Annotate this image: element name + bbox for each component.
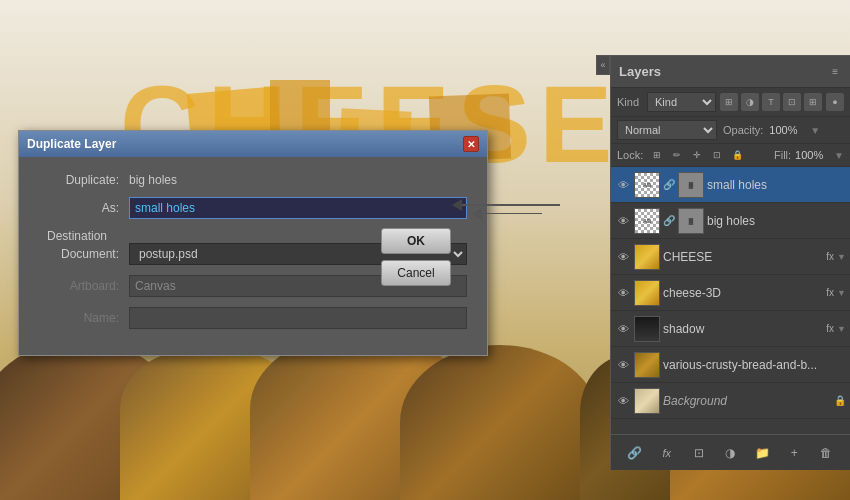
layer-visibility-cheese3d[interactable]: 👁 <box>615 285 631 301</box>
layer-visibility-big-holes[interactable]: 👁 <box>615 213 631 229</box>
footer-fx-button[interactable]: fx <box>656 442 678 464</box>
lock-label: Lock: <box>617 149 643 161</box>
layer-name-small-holes: small holes <box>707 178 846 192</box>
layer-list: 👁 AB 🔗 ▓ small holes 👁 AB 🔗 ▓ big holes <box>611 167 850 434</box>
footer-link-button[interactable]: 🔗 <box>624 442 646 464</box>
layer-item-cheese3d[interactable]: 👁 cheese-3D fx ▼ <box>611 275 850 311</box>
dialog-buttons: OK Cancel <box>381 228 451 286</box>
layer-thumb-cheese3d <box>634 280 660 306</box>
dialog-title: Duplicate Layer <box>27 137 116 151</box>
kind-icon-pixel[interactable]: ⊞ <box>720 93 738 111</box>
layer-chain-big-holes: 🔗 <box>663 215 675 226</box>
footer-mask-button[interactable]: ⊡ <box>688 442 710 464</box>
layers-panel-title: Layers <box>619 64 661 79</box>
arrow-head <box>452 199 462 211</box>
layer-chain-small-holes: 🔗 <box>663 179 675 190</box>
dialog-close-button[interactable]: ✕ <box>463 136 479 152</box>
opacity-arrow[interactable]: ▼ <box>810 125 820 136</box>
layer-arrow-cheese[interactable]: ▼ <box>837 252 846 262</box>
layer-name-bread: various-crusty-bread-and-b... <box>663 358 846 372</box>
kind-select[interactable]: Kind <box>647 92 716 112</box>
name-input <box>129 307 467 329</box>
collapse-button[interactable]: « <box>596 55 610 75</box>
layer-thumb-background <box>634 388 660 414</box>
layers-panel-header: Layers ≡ <box>611 56 850 88</box>
dialog-body: Duplicate: big holes As: Destination Doc… <box>19 157 487 355</box>
layer-name-big-holes: big holes <box>707 214 846 228</box>
footer-new-layer-button[interactable]: + <box>783 442 805 464</box>
layer-visibility-cheese[interactable]: 👁 <box>615 249 631 265</box>
layers-panel: Layers ≡ Kind Kind ⊞ ◑ T ⊡ ⊞ ● Normal Op… <box>610 55 850 470</box>
destination-label: Destination <box>47 229 107 243</box>
panel-collapse-area: « <box>596 55 610 75</box>
panel-controls: ≡ <box>828 64 842 79</box>
layer-thumb-shadow <box>634 316 660 342</box>
layer-item-small-holes[interactable]: 👁 AB 🔗 ▓ small holes <box>611 167 850 203</box>
layer-name-background: Background <box>663 394 831 408</box>
lock-artboard-icon[interactable]: ⊡ <box>709 147 725 163</box>
document-label: Document: <box>39 247 129 261</box>
footer-group-button[interactable]: 📁 <box>751 442 773 464</box>
layer-item-shadow[interactable]: 👁 shadow fx ▼ <box>611 311 850 347</box>
as-row: As: <box>39 197 467 219</box>
layer-fx-shadow: fx <box>826 323 834 334</box>
duplicate-label: Duplicate: <box>39 173 129 187</box>
layer-thumb-big-holes: AB <box>634 208 660 234</box>
name-row: Name: <box>39 307 467 329</box>
layer-visibility-shadow[interactable]: 👁 <box>615 321 631 337</box>
cancel-button[interactable]: Cancel <box>381 260 451 286</box>
fill-arrow[interactable]: ▼ <box>834 150 844 161</box>
kind-icons: ⊞ ◑ T ⊡ ⊞ <box>720 93 822 111</box>
dialog-titlebar: Duplicate Layer ✕ <box>19 131 487 157</box>
layer-name-cheese: CHEESE <box>663 250 821 264</box>
blend-mode-select[interactable]: Normal <box>617 120 717 140</box>
layer-visibility-small-holes[interactable]: 👁 <box>615 177 631 193</box>
ok-button[interactable]: OK <box>381 228 451 254</box>
layer-thumb-bread <box>634 352 660 378</box>
layer-arrow-cheese3d[interactable]: ▼ <box>837 288 846 298</box>
layer-visibility-background[interactable]: 👁 <box>615 393 631 409</box>
layer-mask-big-holes: ▓ <box>678 208 704 234</box>
lock-all-icon[interactable]: 🔒 <box>729 147 745 163</box>
layer-thumb-small-holes: AB <box>634 172 660 198</box>
layer-name-cheese3d: cheese-3D <box>663 286 821 300</box>
layer-item-background[interactable]: 👁 Background 🔒 <box>611 383 850 419</box>
blend-row: Normal Opacity: 100% ▼ <box>611 117 850 144</box>
kind-label: Kind <box>617 96 639 108</box>
kind-row: Kind Kind ⊞ ◑ T ⊡ ⊞ ● <box>611 88 850 117</box>
kind-icon-adjust[interactable]: ◑ <box>741 93 759 111</box>
layer-item-cheese[interactable]: 👁 CHEESE fx ▼ <box>611 239 850 275</box>
kind-icon-extra[interactable]: ● <box>826 93 844 111</box>
duplicate-value: big holes <box>129 173 177 187</box>
layer-name-shadow: shadow <box>663 322 821 336</box>
fill-value: 100% <box>795 149 830 161</box>
panel-menu-button[interactable]: ≡ <box>828 64 842 79</box>
as-input[interactable] <box>129 197 467 219</box>
layer-locked-background: 🔒 <box>834 395 846 406</box>
footer-delete-button[interactable]: 🗑 <box>815 442 837 464</box>
artboard-label: Artboard: <box>39 279 129 293</box>
layer-arrow-shadow[interactable]: ▼ <box>837 324 846 334</box>
lock-position-icon[interactable]: ✛ <box>689 147 705 163</box>
duplicate-layer-dialog: Duplicate Layer ✕ Duplicate: big holes A… <box>18 130 488 356</box>
lock-brush-icon[interactable]: ✏ <box>669 147 685 163</box>
layer-item-big-holes[interactable]: 👁 AB 🔗 ▓ big holes <box>611 203 850 239</box>
dialog-content: Duplicate: big holes As: Destination Doc… <box>39 173 467 329</box>
name-label: Name: <box>39 311 129 325</box>
layer-thumb-cheese <box>634 244 660 270</box>
dialog-to-panel-arrow <box>472 213 542 215</box>
kind-icon-smart[interactable]: ⊞ <box>804 93 822 111</box>
kind-icon-shape[interactable]: ⊡ <box>783 93 801 111</box>
layer-item-bread[interactable]: 👁 various-crusty-bread-and-b... <box>611 347 850 383</box>
lock-row: Lock: ⊞ ✏ ✛ ⊡ 🔒 Fill: 100% ▼ <box>611 144 850 167</box>
footer-adjustment-button[interactable]: ◑ <box>719 442 741 464</box>
layer-visibility-bread[interactable]: 👁 <box>615 357 631 373</box>
arrow-line <box>460 204 560 206</box>
layer-fx-cheese: fx <box>826 251 834 262</box>
layer-fx-cheese3d: fx <box>826 287 834 298</box>
as-label: As: <box>39 201 129 215</box>
opacity-value: 100% <box>769 124 804 136</box>
lock-transparent-icon[interactable]: ⊞ <box>649 147 665 163</box>
kind-icon-type[interactable]: T <box>762 93 780 111</box>
fill-label: Fill: <box>774 149 791 161</box>
